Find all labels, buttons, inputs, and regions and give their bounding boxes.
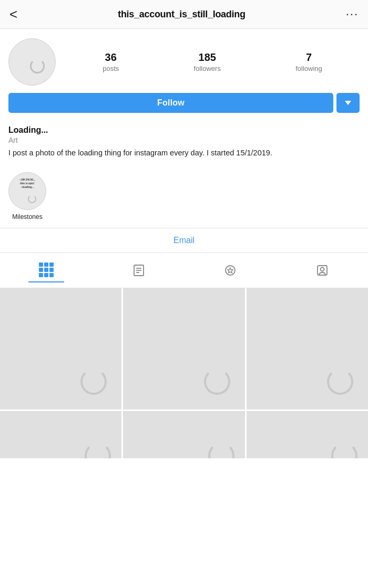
followers-count: 185	[199, 51, 216, 64]
highlight-label: Milestones	[12, 213, 42, 220]
posts-label: posts	[103, 65, 119, 72]
feed-icon	[132, 264, 146, 277]
dropdown-arrow-icon	[345, 101, 351, 105]
back-button[interactable]: <	[9, 7, 17, 21]
follow-row: Follow	[8, 93, 360, 113]
tab-grid[interactable]	[28, 258, 64, 282]
stats-container: 36 posts 185 followers 7 following	[65, 51, 360, 72]
email-link[interactable]: Email	[173, 236, 195, 245]
photo-cell-partial-1[interactable]	[0, 411, 121, 458]
following-label: following	[295, 65, 322, 72]
tab-mentions[interactable]	[305, 259, 340, 281]
photo-cell-partial-2[interactable]	[123, 411, 244, 458]
photo-partial-loading-1	[85, 443, 111, 458]
profile-category: Art	[8, 136, 360, 144]
stat-following[interactable]: 7 following	[295, 51, 322, 72]
follow-button[interactable]: Follow	[8, 93, 333, 113]
avatar	[8, 38, 56, 86]
photo-cell-1[interactable]	[0, 288, 121, 410]
more-options-button[interactable]: ···	[346, 7, 359, 21]
following-count: 7	[306, 51, 312, 64]
tab-tagged[interactable]	[213, 259, 248, 281]
avatar-container	[8, 38, 56, 86]
username-title: this_account_is_still_loading	[118, 9, 245, 20]
photo-cell-partial-3[interactable]	[247, 411, 368, 458]
tabs-section	[0, 253, 368, 288]
photo-partial-loading-2	[208, 443, 234, 458]
photo-loading-icon-1	[80, 369, 107, 395]
svg-marker-5	[228, 268, 233, 273]
photo-loading-icon-3	[327, 369, 353, 395]
header: < this_account_is_still_loading ···	[0, 0, 368, 29]
mentions-icon	[315, 264, 329, 277]
tab-feed[interactable]	[121, 259, 156, 281]
profile-bio: I post a photo of the loading thing for …	[8, 148, 360, 159]
profile-section: 36 posts 185 followers 7 following Follo…	[0, 29, 368, 125]
photo-loading-icon-2	[204, 369, 230, 395]
followers-label: followers	[194, 65, 221, 72]
email-section: Email	[0, 228, 368, 253]
photo-cell-3[interactable]	[247, 288, 368, 410]
photo-partial-loading-3	[331, 443, 357, 458]
avatar-loading-icon	[30, 59, 45, 74]
bio-section: Loading... Art I post a photo of the loa…	[0, 125, 368, 165]
highlight-inner: ~JW ON 50...this is epic!~loading...	[9, 173, 46, 209]
photo-cell-2[interactable]	[123, 288, 244, 410]
photo-grid	[0, 288, 368, 458]
grid-icon	[39, 262, 54, 277]
highlight-item-milestones[interactable]: ~JW ON 50...this is epic!~loading... Mil…	[8, 172, 46, 220]
highlight-circle: ~JW ON 50...this is epic!~loading...	[8, 172, 46, 210]
stat-posts[interactable]: 36 posts	[103, 51, 119, 72]
svg-point-7	[320, 268, 324, 271]
profile-name: Loading...	[8, 125, 360, 135]
highlight-loading-icon	[28, 195, 36, 203]
highlights-section: ~JW ON 50...this is epic!~loading... Mil…	[0, 165, 368, 228]
tagged-icon	[223, 264, 237, 277]
profile-top: 36 posts 185 followers 7 following	[8, 38, 360, 86]
stat-followers[interactable]: 185 followers	[194, 51, 221, 72]
dropdown-button[interactable]	[336, 93, 360, 113]
posts-count: 36	[105, 51, 117, 64]
